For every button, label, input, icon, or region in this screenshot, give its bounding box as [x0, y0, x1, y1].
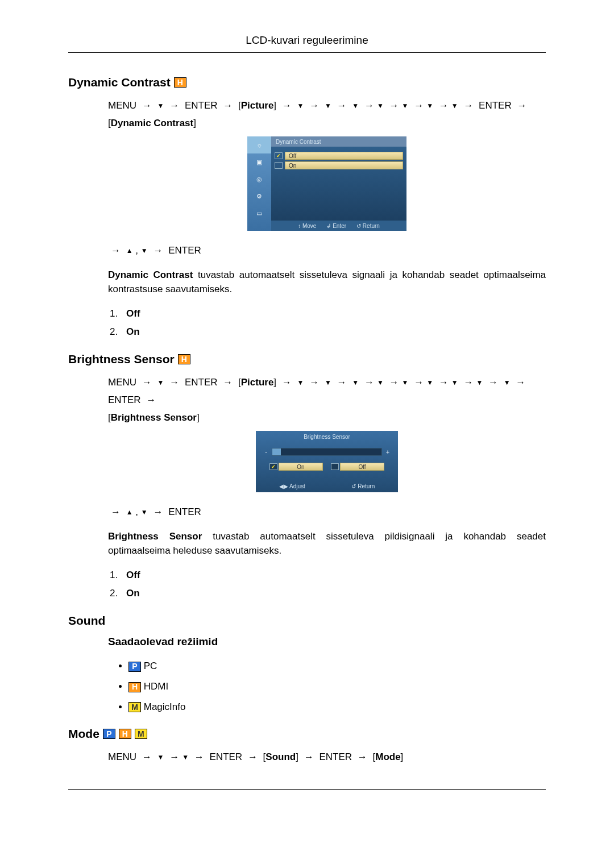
arrow-icon: →	[142, 749, 152, 766]
arrow-icon: →	[142, 374, 152, 392]
nav-sound: Sound	[265, 751, 296, 762]
arrow-icon: →	[389, 97, 399, 115]
slider-fill	[272, 448, 281, 455]
list-item: H HDMI	[128, 676, 546, 697]
return-icon: ↺	[351, 483, 356, 489]
down-icon: ▼	[451, 100, 458, 113]
arrow-icon: →	[142, 97, 152, 115]
osd-dynamic-contrast: ☼ ▣ ◎ ⚙ ▭ Dynamic Contrast ✔ Off	[247, 136, 406, 231]
osd-footer-return: ↺ Return	[356, 223, 380, 229]
return-icon: ↺	[356, 223, 361, 229]
label: Enter	[333, 223, 346, 229]
nav-enter: ENTER	[210, 751, 243, 762]
dynamic-contrast-block: MENU → ▼ → ENTER → [Picture] → ▼ → ▼ → ▼…	[108, 97, 546, 341]
section-title-sound: Sound	[68, 614, 546, 628]
arrow-icon: →	[516, 374, 525, 392]
osd-layout: ☼ ▣ ◎ ⚙ ▭ Dynamic Contrast ✔ Off	[247, 136, 406, 231]
down-icon: ▼	[504, 377, 511, 389]
down-icon: ▼	[377, 377, 384, 389]
bs-list: Off On	[108, 566, 546, 603]
updown-icon: ↕	[298, 223, 301, 229]
arrow-icon: →	[364, 374, 374, 392]
down-icon: ▼	[157, 377, 164, 389]
down-icon: ▼	[352, 100, 359, 113]
nav-mode: Mode	[375, 751, 400, 762]
box-icon: ▭	[256, 210, 262, 217]
down-icon: ▼	[325, 377, 331, 389]
list-item: Off	[121, 566, 546, 584]
down-icon: ▼	[157, 100, 164, 113]
off-label: Off	[340, 463, 384, 471]
arrow-icon: →	[111, 242, 121, 260]
top-rule	[68, 52, 546, 53]
arrow-icon: →	[364, 97, 374, 115]
check-icon: ✔	[275, 152, 283, 159]
osd-option-off[interactable]: Off	[285, 152, 403, 160]
m-icon: M	[135, 729, 147, 739]
arrow-icon: →	[146, 392, 156, 409]
arrow-icon: →	[111, 504, 121, 521]
osd-off-button[interactable]: Off	[331, 463, 384, 471]
list-item: M MagicInfo	[128, 697, 546, 717]
osd-option-row[interactable]: ✔ Off	[275, 152, 403, 160]
osd-side-item[interactable]: ☼	[247, 136, 271, 153]
dc-body-lead: Dynamic Contrast	[108, 269, 193, 280]
p-icon: P	[128, 662, 141, 672]
modes-title: Saadaolevad režiimid	[108, 636, 546, 648]
nav-enter: ENTER	[168, 245, 201, 256]
down-icon: ▼	[141, 245, 148, 258]
osd-footer: ↕ Move ↲ Enter ↺ Return	[271, 221, 406, 231]
down-icon: ▼	[141, 506, 148, 519]
osd-on-button[interactable]: ✔ On	[269, 463, 323, 471]
down-icon: ▼	[426, 377, 433, 389]
leftright-icon: ◀▶	[279, 483, 288, 489]
arrow-icon: →	[337, 374, 347, 392]
arrow-icon: →	[463, 374, 473, 392]
nav-enter: ENTER	[479, 100, 512, 111]
arrow-icon: →	[223, 97, 233, 115]
image-icon: ▣	[256, 159, 262, 166]
arrow-icon: →	[153, 242, 163, 260]
arrow-icon: →	[309, 374, 319, 392]
osd-side-item[interactable]: ⚙	[247, 188, 271, 205]
osd-side-item[interactable]: ▭	[247, 205, 271, 222]
section-title-text: Dynamic Contrast	[68, 76, 171, 89]
dc-body-text: Dynamic Contrast tuvastab automaatselt s…	[108, 268, 546, 297]
bottom-rule	[68, 789, 546, 790]
mode-nav-path: MENU → ▼ →▼ → ENTER → [Sound] → ENTER → …	[108, 749, 546, 766]
dc-nav-path: MENU → ▼ → ENTER → [Picture] → ▼ → ▼ → ▼…	[108, 97, 546, 132]
m-icon: M	[128, 702, 141, 712]
page-header-title: LCD-kuvari reguleerimine	[68, 34, 546, 47]
osd-side-item[interactable]: ◎	[247, 171, 271, 188]
arrow-icon: →	[304, 749, 314, 766]
osd-sidebar: ☼ ▣ ◎ ⚙ ▭	[247, 136, 271, 231]
nav-menu: MENU	[108, 100, 136, 111]
arrow-icon: →	[169, 97, 179, 115]
osd-footer-move: ↕ Move	[298, 223, 316, 229]
nav-bracket-label: Dynamic Contrast	[111, 118, 193, 128]
down-icon: ▼	[402, 100, 409, 113]
list-item: On	[121, 323, 546, 341]
list-label: Off	[126, 308, 140, 319]
section-title-text: Mode	[68, 727, 99, 741]
nav-bracket-label: Brightness Sensor	[111, 412, 197, 423]
osd-option-row[interactable]: On	[275, 161, 403, 169]
list-item: On	[121, 584, 546, 603]
label: Move	[302, 223, 316, 229]
osd-footer: ◀▶ Adjust ↺ Return	[256, 480, 398, 492]
target-icon: ◎	[256, 176, 262, 183]
osd-title: Brightness Sensor	[256, 431, 398, 442]
osd-side-item[interactable]: ▣	[247, 153, 271, 171]
enter-icon: ↲	[326, 223, 331, 229]
list-label: Off	[126, 570, 140, 580]
down-icon: ▼	[476, 377, 483, 389]
osd-slider-row[interactable]: - +	[264, 448, 390, 456]
dc-list: Off On	[108, 305, 546, 342]
arrow-icon: →	[248, 749, 258, 766]
osd-option-on[interactable]: On	[285, 161, 403, 169]
arrow-icon: →	[169, 374, 179, 392]
check-icon-empty	[331, 463, 339, 470]
osd-slider[interactable]	[272, 448, 382, 456]
check-icon: ✔	[269, 463, 277, 470]
arrow-icon: →	[153, 504, 163, 521]
